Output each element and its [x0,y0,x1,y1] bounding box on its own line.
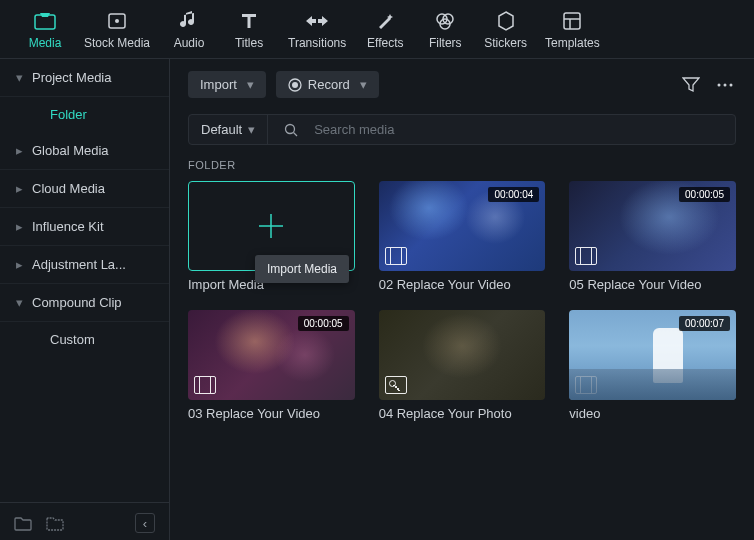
sidebar-item-label: Influence Kit [32,219,104,234]
video-thumb[interactable]: 00:00:04 [379,181,546,271]
filters-icon [434,10,456,32]
chevron-down-icon: ▾ [14,70,24,85]
media-card[interactable]: 00:00:07 video [569,310,736,421]
media-grid: Import Media 00:00:04 02 Replace Your Vi… [170,181,754,421]
tab-templates[interactable]: Templates [537,8,608,52]
video-icon [385,247,407,265]
svg-rect-0 [35,15,55,29]
folder-icon[interactable] [46,516,64,531]
tab-label: Media [29,36,62,50]
media-card[interactable]: 00:00:05 05 Replace Your Video [569,181,736,292]
chevron-down-icon: ▾ [247,77,254,92]
card-label: 04 Replace Your Photo [379,406,546,421]
sidebar-item-adjustment-layer[interactable]: ▸ Adjustment La... [0,246,169,284]
stickers-icon [495,10,517,32]
chevron-right-icon: ▸ [14,219,24,234]
section-title: FOLDER [170,157,754,181]
new-folder-icon[interactable] [14,516,32,531]
sidebar-item-project-media[interactable]: ▾ Project Media [0,59,169,97]
duration-badge: 00:00:05 [298,316,349,331]
tab-media[interactable]: Media [16,8,74,52]
duration-badge: 00:00:04 [488,187,539,202]
tab-transitions[interactable]: Transitions [280,8,354,52]
titles-icon [238,10,260,32]
sidebar-item-label: Project Media [32,70,111,85]
transitions-icon [306,10,328,32]
sidebar-item-influence-kit[interactable]: ▸ Influence Kit [0,208,169,246]
sort-select[interactable]: Default ▾ [189,115,268,144]
search-icon [278,123,304,137]
templates-icon [561,10,583,32]
tab-label: Audio [174,36,205,50]
plus-icon [255,210,287,242]
video-icon [575,247,597,265]
video-thumb[interactable]: 00:00:05 [569,181,736,271]
tab-stickers[interactable]: Stickers [476,8,535,52]
card-label: 03 Replace Your Video [188,406,355,421]
sidebar: ▾ Project Media Folder ▸ Global Media ▸ … [0,59,170,540]
more-icon[interactable] [714,81,736,89]
collapse-sidebar-button[interactable]: ‹ [135,513,155,533]
tab-titles[interactable]: Titles [220,8,278,52]
chevron-right-icon: ▸ [14,181,24,196]
tab-label: Stock Media [84,36,150,50]
tab-stock-media[interactable]: Stock Media [76,8,158,52]
chevron-right-icon: ▸ [14,257,24,272]
filter-icon[interactable] [680,75,702,95]
stock-icon [106,10,128,32]
chevron-down-icon: ▾ [14,295,24,310]
sidebar-item-label: Adjustment La... [32,257,126,272]
sidebar-subitem-custom[interactable]: Custom [0,322,169,357]
svg-point-12 [724,83,727,86]
sidebar-item-label: Global Media [32,143,109,158]
svg-point-14 [286,124,295,133]
import-button[interactable]: Import ▾ [188,71,266,98]
image-thumb[interactable] [379,310,546,400]
record-label: Record [308,77,350,92]
tab-label: Titles [235,36,263,50]
chevron-right-icon: ▸ [14,143,24,158]
media-icon [34,10,56,32]
import-label: Import [200,77,237,92]
sidebar-item-label: Cloud Media [32,181,105,196]
search-bar: Default ▾ [188,114,736,145]
tab-label: Templates [545,36,600,50]
media-card[interactable]: 04 Replace Your Photo [379,310,546,421]
tab-label: Filters [429,36,462,50]
image-icon [385,376,407,394]
video-icon [194,376,216,394]
svg-point-2 [115,19,119,23]
sidebar-item-compound-clip[interactable]: ▾ Compound Clip [0,284,169,322]
sidebar-item-cloud-media[interactable]: ▸ Cloud Media [0,170,169,208]
sort-label: Default [201,122,242,137]
media-card[interactable]: 00:00:05 03 Replace Your Video [188,310,355,421]
search-input[interactable] [314,115,735,144]
svg-line-15 [294,132,298,136]
tab-effects[interactable]: Effects [356,8,414,52]
video-thumb[interactable]: 00:00:07 [569,310,736,400]
card-label: video [569,406,736,421]
tab-audio[interactable]: Audio [160,8,218,52]
video-thumb[interactable]: 00:00:05 [188,310,355,400]
sidebar-subitem-folder[interactable]: Folder [0,97,169,132]
svg-rect-6 [564,13,580,29]
chevron-down-icon: ▾ [360,77,367,92]
duration-badge: 00:00:05 [679,187,730,202]
audio-icon [178,10,200,32]
sidebar-item-global-media[interactable]: ▸ Global Media [0,132,169,170]
media-card[interactable]: 00:00:04 02 Replace Your Video [379,181,546,292]
import-media-tooltip: Import Media [255,255,349,283]
tab-label: Effects [367,36,403,50]
svg-point-11 [718,83,721,86]
effects-icon [374,10,396,32]
chevron-down-icon: ▾ [248,122,255,137]
duration-badge: 00:00:07 [679,316,730,331]
video-icon [575,376,597,394]
tab-filters[interactable]: Filters [416,8,474,52]
card-label: 02 Replace Your Video [379,277,546,292]
svg-point-10 [292,82,298,88]
svg-point-13 [730,83,733,86]
tab-label: Transitions [288,36,346,50]
record-button[interactable]: Record ▾ [276,71,379,98]
top-tabs: Media Stock Media Audio Titles Transitio… [0,0,754,59]
